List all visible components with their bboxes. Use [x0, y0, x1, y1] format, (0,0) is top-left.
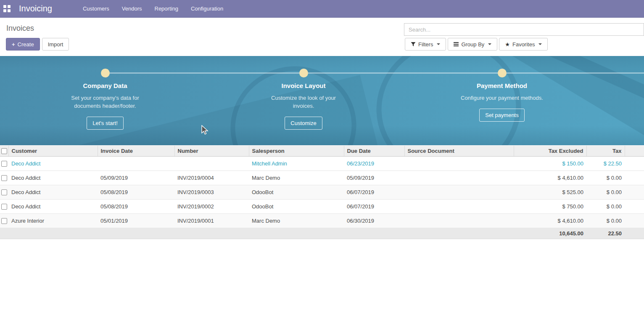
- funnel-icon: [411, 42, 416, 47]
- cell-number[interactable]: INV/2019/0001: [174, 213, 249, 228]
- invoice-list-table: Customer Invoice Date Number Salesperson…: [0, 146, 644, 239]
- lets-start-button[interactable]: Let's start!: [87, 117, 124, 130]
- column-header-invoice-date[interactable]: Invoice Date: [98, 146, 174, 156]
- favorites-button[interactable]: ★ Favorites: [499, 38, 548, 51]
- cell-salesperson[interactable]: OdooBot: [249, 185, 344, 199]
- totals-spacer: [625, 228, 644, 239]
- onboarding-banner: Company Data Set your company's data for…: [0, 56, 644, 145]
- chevron-down-icon: [538, 43, 542, 45]
- cell-source-document[interactable]: [404, 185, 514, 199]
- cell-customer[interactable]: Deco Addict: [8, 199, 98, 213]
- cell-customer[interactable]: Deco Addict: [8, 170, 98, 185]
- invoice-row[interactable]: Deco Addict05/08/2019INV/2019/0002OdooBo…: [0, 199, 644, 213]
- cell-number[interactable]: INV/2019/0004: [174, 170, 249, 185]
- row-checkbox-cell: [0, 199, 8, 213]
- cell-salesperson[interactable]: Mitchell Admin: [249, 156, 344, 170]
- mouse-cursor: [201, 125, 210, 135]
- invoicing-app: Invoicing Customers Vendors Reporting Co…: [0, 0, 644, 317]
- cell-invoice-date[interactable]: 05/09/2019: [98, 170, 174, 185]
- nav-item-vendors[interactable]: Vendors: [116, 0, 148, 17]
- cell-number[interactable]: INV/2019/0002: [174, 199, 249, 213]
- cell-number[interactable]: INV/2019/0003: [174, 185, 249, 199]
- apps-grid-icon[interactable]: [3, 5, 11, 12]
- row-checkbox[interactable]: [1, 161, 7, 167]
- search-box: [404, 23, 644, 36]
- totals-empty-cell: [0, 228, 514, 239]
- invoice-row[interactable]: Azure Interior05/01/2019INV/2019/0001Mar…: [0, 213, 644, 228]
- customize-button[interactable]: Customize: [285, 117, 322, 130]
- star-icon: ★: [505, 41, 510, 48]
- create-button[interactable]: + Create: [6, 38, 40, 51]
- totals-row: 10,645.00 22.50: [0, 228, 644, 239]
- cell-tax[interactable]: $ 0.00: [586, 199, 625, 213]
- onboarding-progress-line: [105, 72, 644, 74]
- cell-invoice-date[interactable]: [98, 156, 174, 170]
- row-checkbox-cell: [0, 170, 8, 185]
- cell-invoice-date[interactable]: 05/08/2019: [98, 185, 174, 199]
- cell-customer[interactable]: Deco Addict: [8, 156, 98, 170]
- row-checkbox[interactable]: [1, 204, 7, 210]
- cell-source-document[interactable]: [404, 156, 514, 170]
- nav-item-configuration[interactable]: Configuration: [185, 0, 230, 17]
- invoice-row[interactable]: Deco AddictMitchell Admin06/23/2019$ 150…: [0, 156, 644, 170]
- cell-tax-excluded[interactable]: $ 525.00: [514, 185, 586, 199]
- select-all-checkbox[interactable]: [1, 148, 7, 154]
- cell-tax-excluded[interactable]: $ 750.00: [514, 199, 586, 213]
- cell-source-document[interactable]: [404, 213, 514, 228]
- cell-spacer: [625, 213, 644, 228]
- cell-tax[interactable]: $ 22.50: [586, 156, 625, 170]
- step-description: Set your company's data for documents he…: [63, 94, 147, 110]
- cell-tax[interactable]: $ 0.00: [586, 170, 625, 185]
- nav-item-reporting[interactable]: Reporting: [148, 0, 185, 17]
- step-dot-company-data[interactable]: [101, 69, 110, 77]
- cell-spacer: [625, 185, 644, 199]
- invoice-row[interactable]: Deco Addict05/09/2019INV/2019/0004Marc D…: [0, 170, 644, 185]
- import-button[interactable]: Import: [42, 38, 69, 51]
- action-buttons: + Create Import: [6, 38, 69, 51]
- step-dot-invoice-layout[interactable]: [299, 69, 308, 77]
- plus-icon: +: [12, 41, 15, 48]
- row-checkbox[interactable]: [1, 189, 7, 195]
- control-panel: Invoices + Create Import Filters: [0, 18, 644, 56]
- nav-item-customers[interactable]: Customers: [77, 0, 116, 17]
- column-header-salesperson[interactable]: Salesperson: [249, 146, 344, 156]
- cell-salesperson[interactable]: OdooBot: [249, 199, 344, 213]
- cell-tax[interactable]: $ 0.00: [586, 213, 625, 228]
- column-header-number[interactable]: Number: [174, 146, 249, 156]
- set-payments-button[interactable]: Set payments: [479, 109, 525, 122]
- cell-customer[interactable]: Deco Addict: [8, 185, 98, 199]
- column-header-customer[interactable]: Customer: [8, 146, 98, 156]
- cell-customer[interactable]: Azure Interior: [8, 213, 98, 228]
- column-header-spacer: [625, 146, 644, 156]
- step-title: Company Data: [38, 82, 172, 89]
- cell-due-date[interactable]: 06/07/2019: [344, 199, 404, 213]
- cell-source-document[interactable]: [404, 170, 514, 185]
- row-checkbox[interactable]: [1, 218, 7, 224]
- step-dot-payment-method[interactable]: [498, 69, 507, 77]
- cell-due-date[interactable]: 06/30/2019: [344, 213, 404, 228]
- cell-salesperson[interactable]: Marc Demo: [249, 170, 344, 185]
- table-header-row: Customer Invoice Date Number Salesperson…: [0, 146, 644, 156]
- cell-tax[interactable]: $ 0.00: [586, 185, 625, 199]
- row-checkbox[interactable]: [1, 175, 7, 181]
- cell-due-date[interactable]: 06/07/2019: [344, 185, 404, 199]
- cell-source-document[interactable]: [404, 199, 514, 213]
- row-checkbox-cell: [0, 185, 8, 199]
- cell-due-date[interactable]: 06/23/2019: [344, 156, 404, 170]
- cell-due-date[interactable]: 05/09/2019: [344, 170, 404, 185]
- column-header-tax-excluded[interactable]: Tax Excluded: [514, 146, 586, 156]
- cell-number[interactable]: [174, 156, 249, 170]
- cell-invoice-date[interactable]: 05/01/2019: [98, 213, 174, 228]
- column-header-tax[interactable]: Tax: [586, 146, 625, 156]
- column-header-due-date[interactable]: Due Date: [344, 146, 404, 156]
- cell-tax-excluded[interactable]: $ 150.00: [514, 156, 586, 170]
- cell-tax-excluded[interactable]: $ 4,610.00: [514, 170, 586, 185]
- cell-invoice-date[interactable]: 05/08/2019: [98, 199, 174, 213]
- group-by-button[interactable]: Group By: [448, 38, 497, 51]
- invoice-row[interactable]: Deco Addict05/08/2019INV/2019/0003OdooBo…: [0, 185, 644, 199]
- filters-button[interactable]: Filters: [405, 38, 446, 51]
- cell-tax-excluded[interactable]: $ 4,610.00: [514, 213, 586, 228]
- search-input[interactable]: [404, 23, 644, 36]
- column-header-source-document[interactable]: Source Document: [404, 146, 514, 156]
- cell-salesperson[interactable]: Marc Demo: [249, 213, 344, 228]
